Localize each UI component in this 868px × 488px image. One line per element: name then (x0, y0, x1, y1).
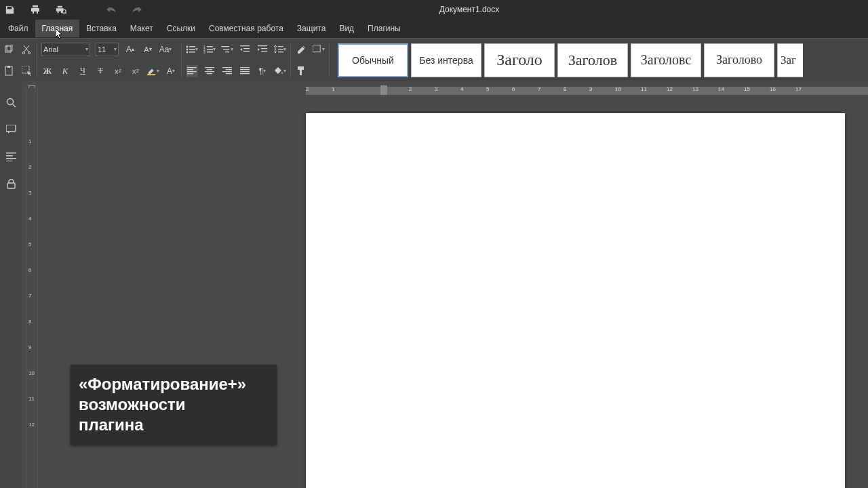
svg-rect-43 (222, 71, 232, 72)
ruler-tick: 6 (512, 86, 515, 92)
select-all-icon[interactable] (20, 65, 33, 77)
left-indent-marker-icon[interactable] (380, 85, 387, 95)
menu-protection[interactable]: Защита (290, 20, 333, 37)
ruler-tick: 4 (28, 216, 31, 222)
vertical-ruler[interactable]: 123456789101112 (26, 88, 38, 488)
style-heading3[interactable]: Заголовс (631, 43, 701, 77)
change-case-icon[interactable]: Aa▾ (159, 43, 172, 56)
increase-font-icon[interactable]: A▴ (124, 43, 136, 56)
decrease-font-icon[interactable]: A▾ (142, 43, 154, 56)
ruler-tick: 7 (28, 293, 31, 299)
line-spacing-icon[interactable]: ▾ (274, 43, 286, 56)
borders-icon[interactable]: ▾ (313, 43, 325, 56)
svg-point-52 (7, 98, 13, 104)
print-icon[interactable] (30, 4, 41, 15)
svg-rect-47 (240, 71, 250, 72)
superscript-button[interactable]: x2 (112, 65, 124, 77)
ruler-tick: 2 (28, 164, 31, 170)
menu-references[interactable]: Ссылки (160, 20, 202, 37)
menu-insert[interactable]: Вставка (79, 20, 123, 37)
ruler-tick: 12 (28, 422, 35, 428)
style-normal[interactable]: Обычный (338, 43, 408, 77)
menu-plugins[interactable]: Плагины (361, 20, 408, 37)
format-painter-icon[interactable] (295, 65, 307, 77)
ruler-tick: 13 (692, 86, 698, 92)
menu-layout[interactable]: Макет (123, 20, 160, 37)
cut-icon[interactable] (20, 43, 33, 56)
italic-button[interactable]: К (59, 65, 71, 77)
paragraph-mark-icon[interactable]: ¶▾ (256, 65, 269, 77)
bullet-list-icon[interactable]: ▾ (186, 43, 198, 56)
svg-text:3: 3 (203, 50, 205, 54)
increase-indent-icon[interactable] (256, 43, 269, 56)
horizontal-ruler[interactable]: 211234567891011121314151617 (38, 81, 868, 96)
menu-home[interactable]: Главная (35, 20, 80, 37)
ruler-tick: 7 (538, 86, 540, 92)
svg-rect-24 (240, 45, 250, 46)
caption-overlay: «Форматирование+» возможности плагина (71, 365, 277, 445)
font-color-button[interactable]: A▾ (165, 65, 177, 77)
strikethrough-button[interactable]: Т (94, 65, 106, 77)
style-heading2[interactable]: Заголов (557, 43, 628, 77)
svg-rect-30 (278, 46, 283, 47)
lock-icon[interactable] (5, 178, 17, 190)
style-heading5[interactable]: Заг (777, 43, 803, 77)
clear-formatting-icon[interactable] (295, 43, 307, 56)
numbered-list-icon[interactable]: 123▾ (203, 43, 216, 56)
align-right-icon[interactable] (221, 65, 233, 77)
menu-collaboration[interactable]: Совместная работа (202, 20, 290, 37)
svg-rect-1 (5, 46, 11, 52)
undo-icon[interactable] (106, 4, 117, 15)
headings-icon[interactable] (5, 150, 17, 163)
menu-view[interactable]: Вид (332, 20, 361, 37)
align-center-icon[interactable] (203, 65, 216, 77)
svg-rect-6 (7, 66, 10, 68)
caption-line-3: плагина (79, 415, 269, 435)
font-name-select[interactable]: Arial▾ (41, 43, 90, 56)
svg-rect-22 (223, 49, 229, 49)
quick-access-toolbar (4, 4, 142, 15)
menu-bar: Файл Главная Вставка Макет Ссылки Совмес… (0, 19, 868, 38)
underline-button[interactable]: Ч (77, 65, 89, 77)
svg-rect-56 (6, 158, 16, 159)
svg-rect-44 (226, 73, 232, 74)
style-heading4[interactable]: Заголово (704, 43, 774, 77)
ruler-tick: 9 (28, 344, 31, 350)
ruler-tick: 5 (28, 241, 31, 247)
svg-rect-25 (243, 48, 250, 49)
bold-button[interactable]: Ж (41, 65, 54, 77)
align-justify-icon[interactable] (239, 65, 251, 77)
svg-rect-37 (205, 67, 214, 68)
ruler-tick: 9 (589, 86, 592, 92)
ruler-tick: 4 (460, 86, 463, 92)
paste-icon[interactable] (3, 65, 15, 77)
redo-icon[interactable] (132, 4, 142, 15)
font-size-select[interactable]: 11▾ (96, 43, 119, 56)
svg-rect-16 (207, 46, 213, 47)
copy-icon[interactable] (3, 43, 15, 56)
style-no-spacing[interactable]: Без интерва (411, 43, 481, 77)
svg-rect-35 (187, 71, 197, 72)
search-icon[interactable] (5, 96, 17, 108)
ruler-tick: 5 (486, 86, 489, 92)
subscript-button[interactable]: x2 (130, 65, 142, 77)
comments-icon[interactable] (5, 123, 17, 136)
shading-icon[interactable]: ▾ (274, 65, 286, 77)
save-icon[interactable] (4, 4, 15, 15)
style-heading1[interactable]: Заголо (484, 43, 555, 77)
ruler-tick: 1 (28, 138, 31, 144)
menu-file[interactable]: Файл (1, 20, 35, 37)
caption-line-1: «Форматирование+» (79, 374, 269, 394)
print-preview-icon[interactable] (56, 4, 66, 15)
svg-rect-49 (313, 45, 320, 52)
decrease-indent-icon[interactable] (239, 43, 251, 56)
svg-rect-32 (278, 52, 283, 52)
document-page[interactable] (306, 113, 845, 488)
align-left-icon[interactable] (186, 65, 198, 77)
ruler-tick: 10 (28, 370, 35, 376)
highlight-color-button[interactable]: ▾ (147, 65, 159, 77)
multilevel-list-icon[interactable]: ▾ (221, 43, 233, 56)
ruler-tick: 14 (718, 86, 724, 92)
left-sidebar (0, 81, 22, 488)
svg-rect-46 (240, 69, 250, 70)
